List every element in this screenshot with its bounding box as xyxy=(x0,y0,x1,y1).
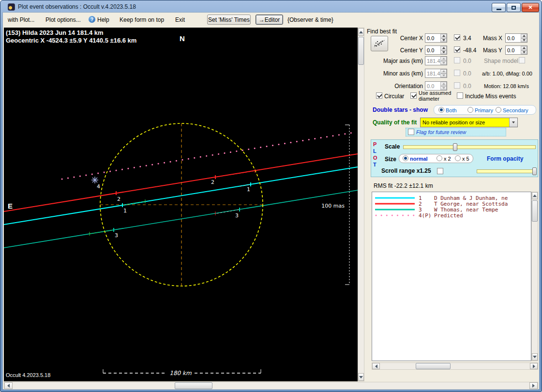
scroll-right-button[interactable] xyxy=(529,382,538,389)
titlebar[interactable]: Plot event observations : Occult v.4.202… xyxy=(3,1,539,12)
predicted-path-dots xyxy=(62,132,356,179)
major-aux-checkbox[interactable] xyxy=(454,57,460,63)
scroll-thumb[interactable] xyxy=(532,200,538,222)
scroll-right-button[interactable] xyxy=(530,363,538,369)
label-3b: 3 xyxy=(235,212,239,219)
scroll-down-button[interactable] xyxy=(358,373,364,381)
legend-vertical-scrollbar[interactable] xyxy=(531,192,538,361)
mas-scale-label: 100 mas xyxy=(321,203,345,209)
major-axis-label: Major axis (km) xyxy=(373,58,423,64)
offset-x-checkbox[interactable] xyxy=(454,34,460,41)
menu-exit[interactable]: Exit xyxy=(175,16,185,23)
include-miss-label: Include Miss events xyxy=(465,93,516,100)
north-label: N xyxy=(180,34,185,43)
predicted-star-marker xyxy=(91,177,98,183)
east-label: E xyxy=(8,202,13,210)
scroll-thumb[interactable] xyxy=(416,363,451,369)
mass-y-spinner[interactable]: 0.0 xyxy=(505,45,527,55)
minor-axis-spin-buttons[interactable] xyxy=(440,69,447,77)
orientation-aux-checkbox[interactable] xyxy=(454,82,460,89)
legend-listbox[interactable]: 1 D Dunham & J Dunham, ne 2 T George, ne… xyxy=(372,192,531,361)
include-miss-checkbox[interactable] xyxy=(457,92,463,99)
major-axis-spin-buttons[interactable] xyxy=(440,57,447,65)
scroll-down-button[interactable] xyxy=(532,353,538,361)
center-x-spinner[interactable]: 0.0 xyxy=(425,33,447,43)
maximize-button[interactable] xyxy=(507,3,521,12)
plot-header-line2: Geocentric X -4524.3 ±5.9 Y 4140.5 ±16.6… xyxy=(6,37,136,44)
use-assumed-diameter-checkbox[interactable] xyxy=(410,92,417,99)
plot-area: 2 1 3 2 1 3 4 100 mas 180 km (153) Hilda… xyxy=(4,28,358,381)
scale-slider[interactable] xyxy=(403,145,536,149)
size-normal-label: normal xyxy=(410,156,428,162)
editor-button[interactable]: →Editor xyxy=(256,15,283,25)
double-primary-label: Primary xyxy=(475,107,493,113)
dropdown-arrow-icon[interactable] xyxy=(509,118,517,127)
orientation-spin-buttons[interactable] xyxy=(440,82,447,90)
plot-letter-l: L xyxy=(373,148,376,154)
size-label: Size xyxy=(385,156,396,163)
form-opacity-slider-thumb[interactable] xyxy=(532,167,537,175)
center-y-label: Center Y xyxy=(373,47,423,54)
scroll-left-button[interactable] xyxy=(4,382,13,389)
chord-3-line xyxy=(4,190,358,248)
minor-axis-spinner[interactable]: 181.4 xyxy=(425,69,447,78)
form-opacity-slider[interactable] xyxy=(477,169,537,173)
plot-vertical-scrollbar[interactable] xyxy=(358,28,364,381)
label-1b: 1 xyxy=(247,186,250,193)
legend-horizontal-scrollbar[interactable] xyxy=(372,362,538,370)
scroll-thumb[interactable] xyxy=(175,382,212,389)
find-best-fit-label: Find best fit xyxy=(367,28,397,35)
shape-model-checkbox[interactable] xyxy=(519,57,525,63)
set-miss-times-button[interactable]: Set 'Miss' Times xyxy=(207,15,251,25)
minimize-icon xyxy=(497,9,501,10)
quality-dropdown[interactable]: No reliable position or size xyxy=(420,118,518,127)
legend-item-3[interactable]: 3 W Thomas, near Tempe xyxy=(374,207,498,212)
plot-horizontal-scrollbar[interactable] xyxy=(4,382,538,390)
minor-aux-checkbox[interactable] xyxy=(454,70,460,76)
legend-name: Predicted xyxy=(434,212,463,219)
circular-checkbox[interactable] xyxy=(376,92,382,99)
scale-slider-thumb[interactable] xyxy=(453,143,457,151)
size-x2-radio[interactable] xyxy=(437,155,442,161)
minimize-button[interactable] xyxy=(492,3,506,12)
double-secondary-radio[interactable] xyxy=(496,107,501,113)
scroll-range-checkbox[interactable] xyxy=(437,168,443,174)
close-button[interactable]: ✕ xyxy=(522,3,539,12)
center-y-spin-buttons[interactable] xyxy=(440,46,447,54)
label-2b: 2 xyxy=(211,179,214,185)
mass-y-spin-buttons[interactable] xyxy=(521,46,527,54)
orientation-spinner[interactable]: 0.0 xyxy=(425,81,447,90)
rms-fit-label: RMS fit -22.2 ±12.1 km xyxy=(374,182,433,189)
center-x-spin-buttons[interactable] xyxy=(440,34,447,42)
scroll-range-label: Scroll range x1.25 xyxy=(381,167,431,174)
major-axis-spinner[interactable]: 181.4 xyxy=(425,56,447,65)
menu-plot-options[interactable]: Plot options... xyxy=(45,16,81,23)
plot-canvas[interactable]: 2 1 3 2 1 3 4 100 mas 180 km xyxy=(4,28,358,381)
offset-y-checkbox[interactable] xyxy=(454,46,460,53)
size-normal-radio[interactable] xyxy=(403,155,408,161)
scroll-up-button[interactable] xyxy=(358,28,364,36)
center-x-label: Center X xyxy=(373,35,423,42)
observer-time-menu[interactable]: {Observer & time} xyxy=(287,16,333,23)
menu-keep-on-top[interactable]: Keep form on top xyxy=(120,16,164,23)
plot-letter-p: P xyxy=(373,141,376,147)
legend-item-1[interactable]: 1 D Dunham & J Dunham, ne xyxy=(374,195,508,201)
application-window: Plot event observations : Occult v.4.202… xyxy=(0,0,542,392)
flag-review-checkbox[interactable] xyxy=(408,129,414,135)
double-primary-radio[interactable] xyxy=(467,107,473,113)
scroll-left-button[interactable] xyxy=(372,363,380,369)
size-x5-radio[interactable] xyxy=(455,155,461,161)
legend-item-4[interactable]: 4(P) Predicted xyxy=(374,212,463,218)
scroll-thumb[interactable] xyxy=(358,37,364,65)
menu-help[interactable]: Help xyxy=(97,16,109,23)
double-both-radio[interactable] xyxy=(438,107,444,113)
menu-with-plot[interactable]: with Plot... xyxy=(8,16,34,23)
mass-x-spinner[interactable]: 0.0 xyxy=(505,33,527,43)
center-y-spinner[interactable]: 0.0 xyxy=(425,45,447,55)
major-axis-value: 181.4 xyxy=(427,58,440,64)
legend-item-2[interactable]: 2 T George, near Scottsda xyxy=(374,201,508,207)
scroll-up-button[interactable] xyxy=(532,192,538,199)
mass-x-spin-buttons[interactable] xyxy=(521,34,527,42)
help-icon: ? xyxy=(89,16,95,23)
use-assumed-diameter-label: Use assumed diameter xyxy=(419,90,457,102)
